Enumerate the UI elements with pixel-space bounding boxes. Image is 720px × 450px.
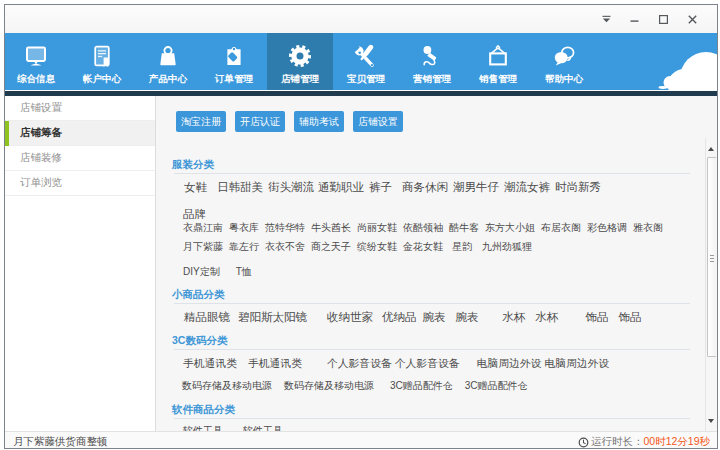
nav-tab-帐户中心[interactable]: 帐户中心: [69, 33, 135, 90]
category-link-精品眼镜[interactable]: 精品眼镜: [184, 310, 230, 324]
category-link-手机通讯类[interactable]: 手机通讯类: [248, 357, 302, 370]
nav-tab-店铺管理[interactable]: 店铺管理: [267, 33, 333, 90]
tools-icon: [354, 44, 378, 68]
close-button[interactable]: [679, 5, 705, 33]
category-link-T恤[interactable]: T恤: [236, 266, 252, 279]
section-underline: [174, 418, 690, 419]
category-link-九州劲狐狸[interactable]: 九州劲狐狸: [482, 241, 532, 254]
category-link-商之天子[interactable]: 商之天子: [311, 241, 351, 254]
signboard-icon: [486, 44, 510, 68]
nav-tab-营销管理[interactable]: 营销管理: [399, 33, 465, 90]
minimize-button[interactable]: [621, 5, 647, 33]
screen: 综合信息帐户中心产品中心订单管理店铺管理宝贝管理营销管理销售管理帮助中心 店铺设…: [0, 0, 720, 450]
category-link-个人影音设备[interactable]: 个人影音设备: [327, 357, 392, 370]
category-link-衣衣不舍[interactable]: 衣衣不舍: [265, 241, 305, 254]
category-link-裤子[interactable]: 裤子: [369, 180, 392, 194]
category-link-潮男牛仔[interactable]: 潮男牛仔: [453, 180, 499, 194]
category-link-尚丽女鞋[interactable]: 尚丽女鞋: [357, 222, 397, 235]
scroll-up-button[interactable]: [706, 144, 716, 156]
category-link-范特华特[interactable]: 范特华特: [265, 222, 305, 235]
toolbar-button-淘宝注册[interactable]: 淘宝注册: [176, 111, 226, 132]
category-link-酷牛客[interactable]: 酷牛客: [449, 222, 479, 235]
sidebar-item-店铺设置[interactable]: 店铺设置: [5, 96, 155, 121]
category-link-衣鼎江南[interactable]: 衣鼎江南: [183, 222, 223, 235]
sidebar: 店铺设置店铺筹备店铺装修订单浏览: [5, 96, 156, 431]
monitor-icon: [24, 44, 48, 68]
category-link-DIY定制[interactable]: DIY定制: [183, 266, 220, 279]
category-link-靠左行[interactable]: 靠左行: [229, 241, 259, 254]
category-link-日韩甜美[interactable]: 日韩甜美: [217, 180, 263, 194]
category-link-时尚新秀[interactable]: 时尚新秀: [555, 180, 601, 194]
nav-tab-宝贝管理[interactable]: 宝贝管理: [333, 33, 399, 90]
nav-tab-label: 营销管理: [413, 73, 451, 86]
nav-tab-销售管理[interactable]: 销售管理: [465, 33, 531, 90]
skin-menu-button[interactable]: [593, 5, 619, 33]
section-underline: [174, 173, 690, 174]
sidebar-item-店铺筹备[interactable]: 店铺筹备: [5, 121, 155, 146]
category-link-星韵[interactable]: 星韵: [452, 241, 472, 254]
nav-tab-综合信息[interactable]: 综合信息: [4, 33, 69, 90]
maximize-button[interactable]: [650, 5, 676, 33]
section-underline: [174, 303, 690, 304]
scroll-thumb[interactable]: [707, 157, 717, 357]
category-link-腕表[interactable]: 腕表: [423, 310, 446, 324]
runtime-info: 运行时长： 00时12分19秒: [578, 435, 710, 449]
category-link-电脑周边外设[interactable]: 电脑周边外设: [544, 357, 609, 370]
nav-tab-label: 销售管理: [479, 73, 517, 86]
sidebar-item-label: 订单浏览: [20, 176, 62, 188]
clipboard-icon: [222, 44, 246, 68]
category-link-电脑周边外设[interactable]: 电脑周边外设: [477, 357, 542, 370]
sidebar-item-订单浏览[interactable]: 订单浏览: [5, 171, 155, 196]
nav-tab-label: 产品中心: [149, 73, 187, 86]
scrollbar[interactable]: [705, 138, 716, 431]
category-link-腕表[interactable]: 腕表: [456, 310, 479, 324]
category-link-个人影音设备[interactable]: 个人影音设备: [395, 357, 460, 370]
category-row: 衣鼎江南粤衣库范特华特牛头酋长尚丽女鞋依酷领袖酷牛客东方大小姐布居衣阁彩色格调雅…: [183, 222, 663, 235]
category-link-数码存储及移动电源[interactable]: 数码存储及移动电源: [182, 380, 272, 393]
toolbar-button-店铺设置[interactable]: 店铺设置: [353, 111, 403, 132]
category-link-依酷领袖[interactable]: 依酷领袖: [403, 222, 443, 235]
category-link-布居衣阁[interactable]: 布居衣阁: [541, 222, 581, 235]
category-link-彩色格调[interactable]: 彩色格调: [587, 222, 627, 235]
runtime-value: 00时12分19秒: [643, 435, 710, 449]
category-link-商务休闲[interactable]: 商务休闲: [402, 180, 448, 194]
category-link-东方大小姐[interactable]: 东方大小姐: [485, 222, 535, 235]
category-link-街头潮流[interactable]: 街头潮流: [268, 180, 314, 194]
nav-tab-产品中心[interactable]: 产品中心: [135, 33, 201, 90]
scroll-down-icon: [708, 419, 714, 423]
category-link-牛头酋长[interactable]: 牛头酋长: [311, 222, 351, 235]
category-link-手机通讯类[interactable]: 手机通讯类: [183, 357, 237, 370]
nav-tab-帮助中心[interactable]: 帮助中心: [531, 33, 597, 90]
category-link-水杯[interactable]: 水杯: [503, 310, 526, 324]
category-link-女鞋[interactable]: 女鞋: [184, 180, 207, 194]
category-link-金花女鞋[interactable]: 金花女鞋: [403, 241, 443, 254]
toolbar-button-辅助考试[interactable]: 辅助考试: [294, 111, 344, 132]
category-link-3C赠品配件仓[interactable]: 3C赠品配件仓: [390, 380, 453, 393]
category-link-月下紫藤[interactable]: 月下紫藤: [183, 241, 223, 254]
runtime-label: 运行时长：: [591, 435, 644, 449]
category-link-饰品[interactable]: 饰品: [586, 310, 609, 324]
category-link-缤纷女鞋[interactable]: 缤纷女鞋: [357, 241, 397, 254]
category-link-优纳品[interactable]: 优纳品: [382, 310, 417, 324]
nav-tab-label: 帮助中心: [545, 73, 583, 86]
category-link-潮流女裤[interactable]: 潮流女裤: [504, 180, 550, 194]
category-link-数码存储及移动电源[interactable]: 数码存储及移动电源: [284, 380, 374, 393]
category-link-品牌[interactable]: 品牌: [183, 207, 206, 221]
category-link-饰品[interactable]: 饰品: [619, 310, 642, 324]
shopping-bag-icon: [156, 44, 180, 68]
scroll-down-button[interactable]: [706, 416, 716, 428]
category-link-收纳世家[interactable]: 收纳世家: [327, 310, 373, 324]
category-link-粤衣库[interactable]: 粤衣库: [229, 222, 259, 235]
category-row: 精品眼镜碧阳斯太阳镜收纳世家优纳品腕表腕表水杯水杯饰品饰品: [184, 310, 642, 324]
close-icon: [688, 15, 697, 24]
category-link-通勤职业[interactable]: 通勤职业: [318, 180, 364, 194]
sidebar-item-店铺装修[interactable]: 店铺装修: [5, 146, 155, 171]
toolbar-button-开店认证[interactable]: 开店认证: [235, 111, 285, 132]
sidebar-item-label: 店铺设置: [20, 101, 62, 113]
skin-menu-icon: [602, 15, 611, 23]
category-link-水杯[interactable]: 水杯: [536, 310, 559, 324]
nav-tab-订单管理[interactable]: 订单管理: [201, 33, 267, 90]
category-link-3C赠品配件仓[interactable]: 3C赠品配件仓: [465, 380, 528, 393]
category-link-雅衣阁[interactable]: 雅衣阁: [633, 222, 663, 235]
category-link-碧阳斯太阳镜[interactable]: 碧阳斯太阳镜: [238, 310, 307, 324]
